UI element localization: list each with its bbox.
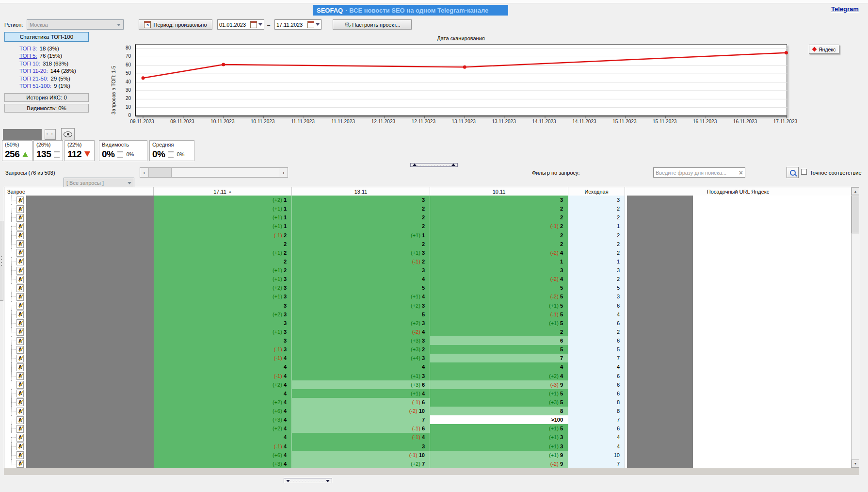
query-row[interactable]: A(-1)4(+1)3(+2)46 [4,372,851,380]
position-cell: 4 [154,433,292,442]
position-value: 4 [560,373,563,379]
query-row[interactable]: A(+1)2(+1)3(-2)42 [4,248,851,257]
tree-line [11,349,16,350]
query-row[interactable]: A(+3)4(+2)7(-2)97 [4,459,851,468]
scroll-down-button[interactable]: ▼ [852,459,859,467]
query-row[interactable]: A(+2)4(-1)6(+1)56 [4,424,851,433]
position-cell: 5 [292,310,430,319]
region-select[interactable]: Москва [27,19,124,30]
position-change: (-1) [412,434,420,440]
position-cell: (+2)3 [154,310,292,319]
position-cell: (-2)4 [430,248,568,257]
query-row[interactable]: A(-1)3(+3)255 [4,345,851,354]
position-value: 2 [560,214,563,220]
bottom-splitter-handle[interactable]: ···························· [284,478,332,483]
landing-url-cell [625,266,851,275]
summary-value: 0% [152,149,165,160]
summary-box-flat: (26%) 135 [33,140,63,161]
top-stat-label[interactable]: ТОП 11-20: [19,68,48,74]
chart-splitter-handle[interactable]: ···························· [410,163,458,167]
period-button[interactable]: Период: произвольно [139,19,212,30]
top-stat-label[interactable]: ТОП 10: [19,61,40,66]
query-row[interactable]: A(+1)3(+1)4(-2)53 [4,292,851,301]
query-row[interactable]: A3(+3)366 [4,336,851,345]
query-text-redacted [26,301,154,310]
query-row[interactable]: A3(+2)3(+1)56 [4,319,851,328]
query-row[interactable]: A2(-1)211 [4,257,851,266]
query-text-redacted [26,398,154,407]
position-value: 3 [560,267,563,273]
query-row[interactable]: A(+1)2333 [4,266,851,275]
query-row[interactable]: A(+6)4(-1)10(+1)910 [4,451,851,459]
query-cell: A [4,442,154,451]
scrollbar-thumb[interactable] [852,196,859,233]
query-row[interactable]: A(-1)4(+4)377 [4,354,851,362]
column-header-query[interactable]: Запрос [4,187,154,196]
query-row[interactable]: A(+1)34(-2)42 [4,275,851,283]
chart-legend[interactable]: Яндекс [809,45,839,54]
date-to-input[interactable]: 17.11.2023 [274,19,321,30]
scroll-right-button[interactable]: › [279,168,288,177]
top-stat-label[interactable]: ТОП 51-100: [19,83,51,89]
query-row[interactable]: A(+1)1222 [4,204,851,213]
query-row[interactable]: A(-1)2(+1)122 [4,231,851,240]
telegram-link[interactable]: Telegram [831,5,859,13]
search-button[interactable] [787,167,799,178]
query-row[interactable]: A(+3)47>1007 [4,415,851,424]
query-row[interactable]: A(+2)1333 [4,196,851,204]
scrollbar-thumb[interactable] [148,168,172,177]
position-cell: (-2)5 [430,292,568,301]
column-header-initial[interactable]: Исходная [568,187,625,196]
top-stat-label[interactable]: ТОП 5: [19,53,37,59]
query-row[interactable]: A(+1)3(-2)422 [4,328,851,336]
configure-project-button[interactable]: ⚙✓ Настроить проект... [333,19,412,30]
scroll-left-button[interactable]: ‹ [140,168,148,177]
table-h-scrollbar-area[interactable] [4,468,859,475]
query-row[interactable]: A(+1)12(-1)21 [4,222,851,230]
query-row[interactable]: A4(-1)4(+1)34 [4,433,851,442]
chevron-down-icon[interactable] [258,23,262,28]
exact-match-checkbox[interactable] [801,169,807,175]
column-header-date-13-11[interactable]: 13.11 [292,187,430,196]
url-text-redacted [627,213,693,222]
initial-position-cell: 5 [568,283,625,292]
column-header-landing-url[interactable]: Посадочный URL Яндекс [625,187,851,196]
top-stat-label[interactable]: ТОП 3: [19,46,37,51]
stats-top100-button[interactable]: Статистика ТОП-100 [4,32,89,42]
trend-down-icon [84,151,90,160]
column-header-date-10-11[interactable]: 10.11 [430,187,568,196]
position-change: (+1) [273,250,282,256]
eye-button[interactable] [61,128,75,140]
query-text-redacted [26,459,154,468]
scroll-up-button[interactable]: ▲ [852,187,859,195]
chevron-down-icon[interactable] [316,23,320,28]
position-cell: 8 [430,407,568,415]
top-stat-row: ТОП 51-100:9 (1%) [19,82,97,90]
query-row[interactable]: A2222 [4,240,851,248]
query-row[interactable]: A(+2)4(-1)6(+3)58 [4,398,851,407]
query-row[interactable]: A(-1)43(+1)34 [4,442,851,451]
queries-group-select[interactable]: [ Все запросы ] [64,178,134,188]
initial-position-cell: 6 [568,336,625,345]
column-header-date-17-11[interactable]: 17.11 ▲ [154,187,292,196]
query-row[interactable]: A(+2)4(+3)6(-3)96 [4,380,851,389]
visibility-button[interactable]: Видимость: 0% [4,104,89,113]
query-row[interactable]: A(+2)3555 [4,283,851,292]
table-v-scrollbar[interactable]: ▲ ▼ [851,187,860,467]
query-row[interactable]: A3(+2)3(+1)56 [4,301,851,310]
y-tick-label: 70 [117,53,131,59]
query-row[interactable]: A4(+1)4(+1)56 [4,389,851,398]
query-row[interactable]: A(+1)1222 [4,213,851,222]
iks-history-button[interactable]: История ИКС: 0 [4,93,89,102]
top-stat-label[interactable]: ТОП 21-50: [19,76,48,82]
left-splitter-handle[interactable] [0,221,3,301]
dots-button[interactable]: · · [45,129,56,140]
clear-search-icon[interactable]: × [739,169,743,176]
query-row[interactable]: A(+6)4(-2)1088 [4,407,851,415]
search-input[interactable] [656,170,739,176]
position-cell: 3 [292,266,430,275]
queries-h-scrollbar[interactable]: ‹ › [140,167,288,178]
date-from-input[interactable]: 01.01.2023 [217,19,264,30]
query-row[interactable]: A4444 [4,362,851,371]
query-row[interactable]: A(+2)35(-1)54 [4,310,851,319]
